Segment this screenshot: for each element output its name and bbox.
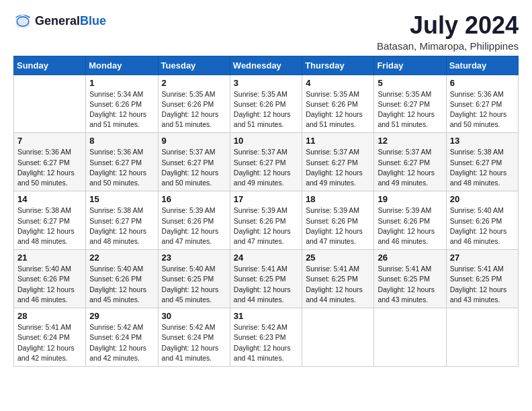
day-info: Sunrise: 5:38 AMSunset: 6:27 PMDaylight:… bbox=[17, 205, 82, 246]
day-number: 13 bbox=[450, 136, 515, 146]
day-info: Sunrise: 5:38 AMSunset: 6:27 PMDaylight:… bbox=[450, 147, 515, 188]
day-info: Sunrise: 5:39 AMSunset: 6:26 PMDaylight:… bbox=[234, 205, 298, 246]
main-title: July 2024 bbox=[377, 12, 519, 39]
calendar-header-thursday: Thursday bbox=[302, 56, 374, 75]
calendar-cell: 6Sunrise: 5:36 AMSunset: 6:27 PMDaylight… bbox=[446, 75, 518, 133]
day-number: 22 bbox=[89, 253, 154, 263]
calendar-cell: 10Sunrise: 5:37 AMSunset: 6:27 PMDayligh… bbox=[230, 133, 302, 191]
calendar-cell: 5Sunrise: 5:35 AMSunset: 6:27 PMDaylight… bbox=[374, 75, 446, 133]
calendar-week-row: 21Sunrise: 5:40 AMSunset: 6:26 PMDayligh… bbox=[14, 250, 519, 308]
calendar-header-saturday: Saturday bbox=[446, 56, 518, 75]
day-info: Sunrise: 5:39 AMSunset: 6:26 PMDaylight:… bbox=[162, 205, 226, 246]
day-info: Sunrise: 5:41 AMSunset: 6:25 PMDaylight:… bbox=[306, 264, 370, 305]
calendar-week-row: 14Sunrise: 5:38 AMSunset: 6:27 PMDayligh… bbox=[14, 191, 519, 250]
day-info: Sunrise: 5:41 AMSunset: 6:25 PMDaylight:… bbox=[378, 264, 442, 305]
day-number: 16 bbox=[162, 194, 226, 204]
calendar-cell: 15Sunrise: 5:38 AMSunset: 6:27 PMDayligh… bbox=[86, 191, 158, 250]
day-number: 11 bbox=[306, 136, 370, 146]
day-number: 4 bbox=[306, 78, 370, 88]
day-info: Sunrise: 5:37 AMSunset: 6:27 PMDaylight:… bbox=[162, 147, 226, 188]
calendar-table: SundayMondayTuesdayWednesdayThursdayFrid… bbox=[13, 56, 519, 367]
calendar-cell: 19Sunrise: 5:39 AMSunset: 6:26 PMDayligh… bbox=[374, 191, 446, 250]
calendar-cell: 12Sunrise: 5:37 AMSunset: 6:27 PMDayligh… bbox=[374, 133, 446, 191]
logo: GeneralBlue bbox=[13, 12, 106, 31]
calendar-cell: 29Sunrise: 5:42 AMSunset: 6:24 PMDayligh… bbox=[86, 308, 158, 367]
day-info: Sunrise: 5:41 AMSunset: 6:25 PMDaylight:… bbox=[234, 264, 298, 305]
day-number: 14 bbox=[17, 194, 82, 204]
day-info: Sunrise: 5:35 AMSunset: 6:27 PMDaylight:… bbox=[378, 89, 442, 130]
day-number: 3 bbox=[234, 78, 298, 88]
day-number: 2 bbox=[162, 78, 226, 88]
calendar-cell: 14Sunrise: 5:38 AMSunset: 6:27 PMDayligh… bbox=[14, 191, 86, 250]
calendar-header-tuesday: Tuesday bbox=[158, 56, 230, 75]
day-info: Sunrise: 5:40 AMSunset: 6:26 PMDaylight:… bbox=[89, 264, 154, 305]
day-info: Sunrise: 5:41 AMSunset: 6:24 PMDaylight:… bbox=[17, 322, 82, 363]
calendar-week-row: 7Sunrise: 5:36 AMSunset: 6:27 PMDaylight… bbox=[14, 133, 519, 191]
calendar-cell: 30Sunrise: 5:42 AMSunset: 6:24 PMDayligh… bbox=[158, 308, 230, 367]
calendar-cell: 4Sunrise: 5:35 AMSunset: 6:26 PMDaylight… bbox=[302, 75, 374, 133]
day-number: 20 bbox=[450, 194, 515, 204]
calendar-cell: 31Sunrise: 5:42 AMSunset: 6:23 PMDayligh… bbox=[230, 308, 302, 367]
calendar-cell bbox=[302, 308, 374, 367]
day-number: 24 bbox=[234, 253, 298, 263]
day-number: 31 bbox=[234, 311, 298, 321]
day-info: Sunrise: 5:36 AMSunset: 6:27 PMDaylight:… bbox=[17, 147, 82, 188]
day-info: Sunrise: 5:35 AMSunset: 6:26 PMDaylight:… bbox=[162, 89, 226, 130]
day-info: Sunrise: 5:37 AMSunset: 6:27 PMDaylight:… bbox=[234, 147, 298, 188]
calendar-cell: 24Sunrise: 5:41 AMSunset: 6:25 PMDayligh… bbox=[230, 250, 302, 308]
day-info: Sunrise: 5:37 AMSunset: 6:27 PMDaylight:… bbox=[306, 147, 370, 188]
day-number: 6 bbox=[450, 78, 515, 88]
day-number: 12 bbox=[378, 136, 442, 146]
calendar-cell: 28Sunrise: 5:41 AMSunset: 6:24 PMDayligh… bbox=[14, 308, 86, 367]
day-number: 7 bbox=[17, 136, 82, 146]
subtitle: Batasan, Mimaropa, Philippines bbox=[377, 40, 519, 52]
calendar-header-sunday: Sunday bbox=[14, 56, 86, 75]
calendar-header-wednesday: Wednesday bbox=[230, 56, 302, 75]
day-info: Sunrise: 5:42 AMSunset: 6:23 PMDaylight:… bbox=[234, 322, 298, 363]
logo-icon bbox=[13, 12, 32, 31]
calendar-cell: 9Sunrise: 5:37 AMSunset: 6:27 PMDaylight… bbox=[158, 133, 230, 191]
calendar-header-monday: Monday bbox=[86, 56, 158, 75]
day-number: 26 bbox=[378, 253, 442, 263]
calendar-week-row: 28Sunrise: 5:41 AMSunset: 6:24 PMDayligh… bbox=[14, 308, 519, 367]
calendar-cell: 23Sunrise: 5:40 AMSunset: 6:25 PMDayligh… bbox=[158, 250, 230, 308]
day-info: Sunrise: 5:36 AMSunset: 6:27 PMDaylight:… bbox=[450, 89, 515, 130]
day-number: 23 bbox=[162, 253, 226, 263]
title-block: July 2024 Batasan, Mimaropa, Philippines bbox=[377, 12, 519, 52]
calendar-cell: 2Sunrise: 5:35 AMSunset: 6:26 PMDaylight… bbox=[158, 75, 230, 133]
day-number: 29 bbox=[89, 311, 154, 321]
logo-text: GeneralBlue bbox=[35, 15, 106, 28]
calendar-cell: 26Sunrise: 5:41 AMSunset: 6:25 PMDayligh… bbox=[374, 250, 446, 308]
day-info: Sunrise: 5:42 AMSunset: 6:24 PMDaylight:… bbox=[89, 322, 154, 363]
calendar-cell: 18Sunrise: 5:39 AMSunset: 6:26 PMDayligh… bbox=[302, 191, 374, 250]
day-number: 8 bbox=[89, 136, 154, 146]
day-number: 30 bbox=[162, 311, 226, 321]
day-number: 15 bbox=[89, 194, 154, 204]
calendar-cell: 11Sunrise: 5:37 AMSunset: 6:27 PMDayligh… bbox=[302, 133, 374, 191]
calendar-header-friday: Friday bbox=[374, 56, 446, 75]
calendar-cell: 27Sunrise: 5:41 AMSunset: 6:25 PMDayligh… bbox=[446, 250, 518, 308]
calendar-cell: 20Sunrise: 5:40 AMSunset: 6:26 PMDayligh… bbox=[446, 191, 518, 250]
calendar-cell: 3Sunrise: 5:35 AMSunset: 6:26 PMDaylight… bbox=[230, 75, 302, 133]
day-info: Sunrise: 5:36 AMSunset: 6:27 PMDaylight:… bbox=[89, 147, 154, 188]
day-info: Sunrise: 5:38 AMSunset: 6:27 PMDaylight:… bbox=[89, 205, 154, 246]
day-info: Sunrise: 5:41 AMSunset: 6:25 PMDaylight:… bbox=[450, 264, 515, 305]
day-number: 9 bbox=[162, 136, 226, 146]
day-info: Sunrise: 5:35 AMSunset: 6:26 PMDaylight:… bbox=[306, 89, 370, 130]
calendar-cell: 1Sunrise: 5:34 AMSunset: 6:26 PMDaylight… bbox=[86, 75, 158, 133]
day-number: 25 bbox=[306, 253, 370, 263]
calendar-cell: 25Sunrise: 5:41 AMSunset: 6:25 PMDayligh… bbox=[302, 250, 374, 308]
page-header: GeneralBlue July 2024 Batasan, Mimaropa,… bbox=[13, 12, 519, 52]
calendar-cell: 13Sunrise: 5:38 AMSunset: 6:27 PMDayligh… bbox=[446, 133, 518, 191]
calendar-header-row: SundayMondayTuesdayWednesdayThursdayFrid… bbox=[14, 56, 519, 75]
day-info: Sunrise: 5:37 AMSunset: 6:27 PMDaylight:… bbox=[378, 147, 442, 188]
day-number: 28 bbox=[17, 311, 82, 321]
calendar-cell bbox=[374, 308, 446, 367]
calendar-cell: 22Sunrise: 5:40 AMSunset: 6:26 PMDayligh… bbox=[86, 250, 158, 308]
day-info: Sunrise: 5:40 AMSunset: 6:26 PMDaylight:… bbox=[450, 205, 515, 246]
calendar-cell: 21Sunrise: 5:40 AMSunset: 6:26 PMDayligh… bbox=[14, 250, 86, 308]
calendar-cell: 8Sunrise: 5:36 AMSunset: 6:27 PMDaylight… bbox=[86, 133, 158, 191]
day-number: 10 bbox=[234, 136, 298, 146]
day-number: 21 bbox=[17, 253, 82, 263]
calendar-cell: 16Sunrise: 5:39 AMSunset: 6:26 PMDayligh… bbox=[158, 191, 230, 250]
